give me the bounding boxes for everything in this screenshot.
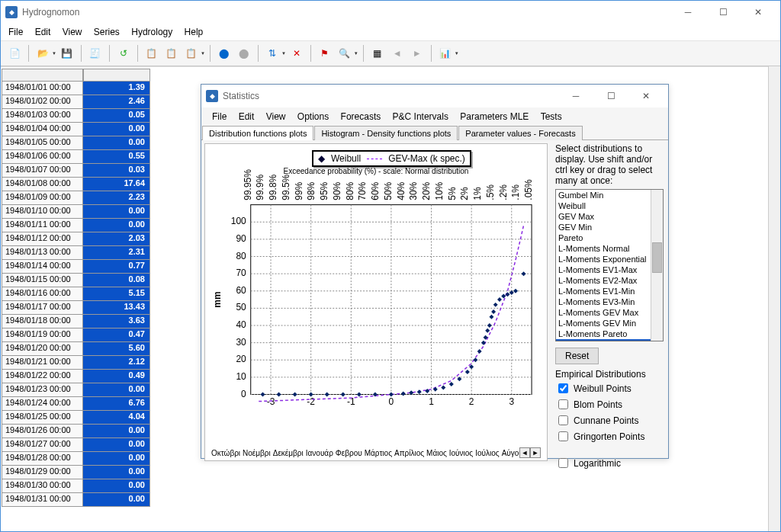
tab-histogram[interactable]: Histogram - Density functions plots: [314, 126, 458, 140]
month-slider[interactable]: ΟκτώβριΝοέμβριΔεκέμβριΙανουάρΦεβρουΜάρτι…: [211, 447, 541, 458]
table-row[interactable]: 1948/01/08 00:0017.64: [2, 178, 151, 191]
table-row[interactable]: 1948/01/22 00:000.49: [2, 370, 151, 383]
stats-close-button[interactable]: ✕: [628, 85, 664, 107]
table-row[interactable]: 1948/01/24 00:006.76: [2, 397, 151, 411]
menu-edit[interactable]: Edit: [31, 25, 56, 39]
paste-icon[interactable]: 📋: [182, 44, 201, 62]
main-scrollbar[interactable]: [768, 66, 780, 531]
table-row[interactable]: 1948/01/25 00:004.04: [2, 411, 151, 425]
tab-parameters[interactable]: Parameter values - Forecasts: [458, 126, 582, 140]
open-icon[interactable]: 📂: [34, 44, 52, 62]
list-item[interactable]: L-Moments EV1-Min: [556, 286, 663, 296]
table-row[interactable]: 1948/01/28 00:000.00: [2, 452, 151, 466]
forward-icon[interactable]: ►: [408, 44, 426, 62]
list-item[interactable]: L-Moments EV2-Max: [556, 275, 663, 286]
list-item[interactable]: Weibull: [556, 200, 663, 211]
refresh-icon[interactable]: ↺: [114, 44, 133, 62]
table-row[interactable]: 1948/01/19 00:000.47: [2, 328, 151, 342]
stats-menu-edit[interactable]: Edit: [234, 110, 259, 123]
flag-icon[interactable]: ⚑: [316, 44, 334, 62]
table-row[interactable]: 1948/01/18 00:003.63: [2, 315, 151, 328]
stats-menu-forecasts[interactable]: Forecasts: [336, 110, 386, 123]
save-icon[interactable]: 💾: [58, 44, 76, 62]
list-item[interactable]: L-Moments EV1-Max: [556, 264, 663, 275]
close-button[interactable]: ✕: [741, 1, 776, 24]
list-item[interactable]: Gumbel Min: [556, 190, 663, 200]
table-row[interactable]: 1948/01/20 00:005.60: [2, 342, 151, 356]
list-item[interactable]: L-Moments EV3-Min: [556, 296, 663, 307]
table-row[interactable]: 1948/01/13 00:002.31: [2, 246, 151, 260]
reset-button[interactable]: Reset: [555, 348, 599, 364]
list-item[interactable]: GEV Max: [556, 211, 663, 222]
stats-maximize-button[interactable]: ☐: [593, 85, 628, 107]
stats-minimize-button[interactable]: ─: [558, 85, 593, 107]
stats-menu-pc[interactable]: P&C Intervals: [388, 110, 453, 123]
chk-logarithmic[interactable]: Logarithmic: [555, 456, 664, 470]
table-row[interactable]: 1948/01/07 00:000.03: [2, 164, 151, 178]
chk-gringorten[interactable]: Gringorten Points: [555, 429, 664, 444]
new-icon[interactable]: 📄: [5, 44, 24, 62]
table-row[interactable]: 1948/01/12 00:002.03: [2, 232, 151, 246]
list-item[interactable]: L-Moments Normal: [556, 243, 663, 254]
data-grid[interactable]: 1948/01/01 00:001.391948/01/02 00:002.46…: [2, 69, 151, 507]
table-row[interactable]: 1948/01/30 00:000.00: [2, 479, 151, 493]
sort-icon[interactable]: ⇅: [263, 44, 281, 62]
table-row[interactable]: 1948/01/06 00:000.55: [2, 150, 151, 164]
stats-menu-options[interactable]: Options: [293, 110, 333, 123]
stats-menu-file[interactable]: File: [207, 110, 231, 123]
table-row[interactable]: 1948/01/01 00:001.39: [2, 82, 151, 95]
table-row[interactable]: 1948/01/04 00:000.00: [2, 123, 151, 136]
minimize-button[interactable]: ─: [670, 1, 705, 24]
table-row[interactable]: 1948/01/29 00:000.00: [2, 466, 151, 479]
prev-icon[interactable]: ⬤: [215, 44, 233, 62]
table-row[interactable]: 1948/01/02 00:002.46: [2, 95, 151, 109]
grid-icon[interactable]: ▦: [368, 44, 387, 62]
month-prev-icon[interactable]: ◄: [519, 447, 530, 458]
menu-hydrology[interactable]: Hydrology: [127, 25, 177, 39]
chk-weibull[interactable]: Weibull Points: [555, 381, 664, 396]
table-row[interactable]: 1948/01/09 00:002.23: [2, 191, 151, 205]
chk-blom[interactable]: Blom Points: [555, 397, 664, 412]
table-row[interactable]: 1948/01/03 00:000.05: [2, 109, 151, 123]
table-row[interactable]: 1948/01/11 00:000.00: [2, 219, 151, 232]
table-row[interactable]: 1948/01/23 00:000.00: [2, 383, 151, 397]
menu-file[interactable]: File: [4, 25, 27, 39]
list-item[interactable]: L-Moments Pareto: [556, 328, 663, 339]
table-row[interactable]: 1948/01/15 00:000.08: [2, 274, 151, 287]
table-row[interactable]: 1948/01/31 00:000.00: [2, 493, 151, 507]
table-row[interactable]: 1948/01/16 00:005.15: [2, 287, 151, 301]
list-item[interactable]: Pareto: [556, 232, 663, 243]
chart-icon[interactable]: 📊: [436, 44, 455, 62]
zoom-icon[interactable]: 🔍: [336, 44, 354, 62]
list-item[interactable]: L-Moments GEV Max: [556, 307, 663, 318]
tab-dist-functions[interactable]: Distribution functions plots: [202, 126, 313, 140]
menu-view[interactable]: View: [58, 25, 87, 39]
table-row[interactable]: 1948/01/27 00:000.00: [2, 438, 151, 452]
month-next-icon[interactable]: ►: [530, 447, 541, 458]
menu-help[interactable]: Help: [180, 25, 208, 39]
menu-series[interactable]: Series: [89, 25, 124, 39]
table-row[interactable]: 1948/01/21 00:002.12: [2, 356, 151, 370]
back-icon[interactable]: ◄: [388, 44, 407, 62]
copy-icon[interactable]: 📋: [143, 44, 161, 62]
maximize-button[interactable]: ☐: [705, 1, 741, 24]
table-row[interactable]: 1948/01/10 00:000.00: [2, 205, 151, 219]
properties-icon[interactable]: 🧾: [86, 44, 104, 62]
copy2-icon[interactable]: 📋: [162, 44, 181, 62]
stats-menu-view[interactable]: View: [262, 110, 291, 123]
table-row[interactable]: 1948/01/05 00:000.00: [2, 136, 151, 150]
list-item[interactable]: GEV-Max (k spec.): [556, 339, 663, 341]
list-item[interactable]: L-Moments GEV Min: [556, 318, 663, 328]
table-row[interactable]: 1948/01/17 00:0013.43: [2, 301, 151, 315]
next-icon[interactable]: ⬤: [235, 44, 253, 62]
delete-icon[interactable]: ✕: [288, 44, 306, 62]
table-row[interactable]: 1948/01/26 00:000.00: [2, 425, 151, 438]
dist-scrollbar[interactable]: [651, 190, 663, 341]
distribution-list[interactable]: Gumbel MinWeibullGEV MaxGEV MinParetoL-M…: [555, 189, 664, 341]
chk-cunnane[interactable]: Cunnane Points: [555, 413, 664, 428]
stats-menu-mle[interactable]: Parameters MLE: [455, 110, 533, 123]
stats-menu-tests[interactable]: Tests: [536, 110, 567, 123]
table-row[interactable]: 1948/01/14 00:000.77: [2, 260, 151, 274]
list-item[interactable]: GEV Min: [556, 222, 663, 232]
list-item[interactable]: L-Moments Exponential: [556, 254, 663, 264]
